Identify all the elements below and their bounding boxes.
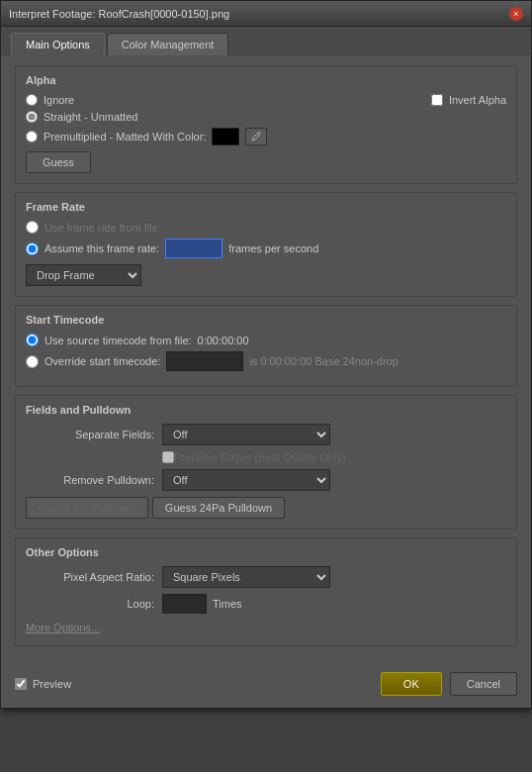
alpha-section-title: Alpha — [26, 74, 506, 86]
override-timecode-input[interactable]: 0:00:00:00 — [166, 351, 243, 371]
separate-fields-row: Separate Fields: Off Upper Field First L… — [26, 424, 506, 445]
window-title: Interpret Footage: RoofCrash[0000-0150].… — [9, 8, 229, 20]
eyedropper-icon — [250, 131, 262, 143]
loop-label: Loop: — [26, 598, 154, 610]
alpha-premult-label: Premultiplied - Matted With Color: — [44, 131, 206, 143]
fields-pulldown-title: Fields and Pulldown — [26, 404, 506, 416]
assume-rate-radio[interactable] — [26, 242, 39, 255]
tab-main-options[interactable]: Main Options — [11, 33, 105, 55]
pulldown-buttons: Guess 3:2 Pulldown Guess 24Pa Pulldown — [26, 497, 506, 519]
preserve-edges-checkbox[interactable] — [162, 451, 174, 463]
use-source-timecode-label: Use source timecode from file: — [44, 335, 192, 346]
cancel-button[interactable]: Cancel — [450, 672, 517, 696]
invert-alpha-label: Invert Alpha — [449, 94, 506, 106]
assume-rate-label: Assume this frame rate: — [44, 242, 159, 254]
start-timecode-title: Start Timecode — [26, 314, 506, 326]
pixel-aspect-label: Pixel Aspect Ratio: — [26, 571, 154, 583]
override-timecode-radio[interactable] — [26, 355, 39, 368]
frame-rate-input[interactable]: 23.976 — [165, 239, 222, 258]
alpha-radio-group: Ignore Straight - Unmatted Premultiplied… — [26, 94, 267, 145]
frame-rate-title: Frame Rate — [26, 201, 506, 213]
pixel-aspect-row: Pixel Aspect Ratio: Square Pixels D1/DV … — [26, 566, 506, 588]
color-swatch[interactable] — [212, 128, 239, 145]
frame-rate-section: Frame Rate Use frame rate from file: Ass… — [15, 192, 517, 297]
alpha-straight-row: Straight - Unmatted — [26, 111, 267, 123]
remove-pulldown-label: Remove Pulldown: — [26, 474, 154, 486]
guess-24pa-pulldown-button[interactable]: Guess 24Pa Pulldown — [152, 497, 285, 519]
preserve-edges-row: Preserve Edges (Best Quality Only) — [26, 451, 506, 463]
dialog-window: Interpret Footage: RoofCrash[0000-0150].… — [0, 0, 532, 709]
pixel-aspect-select[interactable]: Square Pixels D1/DV NTSC (0.91) D1/DV PA… — [162, 566, 330, 588]
remove-pulldown-select[interactable]: Off 2:3 Pulldown 24Pa Pulldown — [162, 469, 330, 491]
dialog-footer: Preview OK Cancel — [1, 664, 531, 708]
preview-row: Preview — [15, 678, 71, 690]
other-options-title: Other Options — [26, 546, 506, 558]
use-file-rate-row: Use frame rate from file: — [26, 221, 506, 234]
guess-button[interactable]: Guess — [26, 151, 91, 173]
eyedropper-button[interactable] — [245, 128, 267, 145]
preview-checkbox[interactable] — [15, 678, 27, 690]
alpha-straight-label: Straight - Unmatted — [44, 111, 137, 123]
ok-button[interactable]: OK — [381, 672, 442, 696]
assume-rate-row: Assume this frame rate: 23.976 frames pe… — [26, 239, 506, 258]
more-options-button[interactable]: More Options... — [26, 620, 100, 635]
drop-frame-select[interactable]: Drop Frame Non-Drop Frame — [26, 264, 141, 286]
drop-frame-row: Drop Frame Non-Drop Frame — [26, 264, 506, 286]
override-timecode-label: Override start timecode: — [44, 355, 160, 367]
tabs-bar: Main Options Color Management — [1, 27, 531, 55]
close-button[interactable]: × — [509, 7, 523, 21]
tab-color-management[interactable]: Color Management — [107, 33, 229, 55]
invert-row: Invert Alpha — [431, 94, 506, 106]
dialog-content: Alpha Ignore Straight - Unmatted Premult… — [1, 55, 531, 664]
alpha-straight-radio[interactable] — [26, 111, 38, 123]
alpha-ignore-label: Ignore — [44, 94, 74, 106]
invert-alpha-checkbox[interactable] — [431, 94, 443, 106]
alpha-section: Alpha Ignore Straight - Unmatted Premult… — [15, 65, 517, 184]
start-timecode-section: Start Timecode Use source timecode from … — [15, 305, 517, 387]
is-timecode-label: is 0:00:00:00 Base 24non-drop — [249, 355, 398, 367]
use-file-rate-label: Use frame rate from file: — [44, 222, 161, 234]
alpha-ignore-radio[interactable] — [26, 94, 38, 106]
loop-input[interactable]: 1 — [162, 594, 207, 614]
alpha-premult-row: Premultiplied - Matted With Color: — [26, 128, 267, 145]
title-bar: Interpret Footage: RoofCrash[0000-0150].… — [1, 1, 531, 27]
remove-pulldown-row: Remove Pulldown: Off 2:3 Pulldown 24Pa P… — [26, 469, 506, 491]
use-file-rate-radio[interactable] — [26, 221, 39, 234]
use-source-timecode-radio[interactable] — [26, 334, 39, 346]
override-timecode-row: Override start timecode: 0:00:00:00 is 0… — [26, 351, 506, 371]
preview-label: Preview — [33, 678, 71, 690]
alpha-ignore-row: Ignore — [26, 94, 267, 106]
loop-row: Loop: 1 Times — [26, 594, 506, 614]
separate-fields-label: Separate Fields: — [26, 429, 154, 440]
frames-per-second-label: frames per second — [228, 242, 318, 254]
footer-buttons: OK Cancel — [381, 672, 517, 696]
alpha-premult-radio[interactable] — [26, 131, 38, 143]
times-label: Times — [213, 598, 242, 610]
source-timecode-value: 0:00:00:00 — [198, 335, 249, 346]
preserve-edges-label: Preserve Edges (Best Quality Only) — [174, 451, 346, 463]
fields-pulldown-section: Fields and Pulldown Separate Fields: Off… — [15, 395, 517, 530]
other-options-section: Other Options Pixel Aspect Ratio: Square… — [15, 537, 517, 646]
guess-32-pulldown-button[interactable]: Guess 3:2 Pulldown — [26, 497, 148, 519]
separate-fields-select[interactable]: Off Upper Field First Lower Field First — [162, 424, 330, 445]
use-source-timecode-row: Use source timecode from file: 0:00:00:0… — [26, 334, 506, 346]
